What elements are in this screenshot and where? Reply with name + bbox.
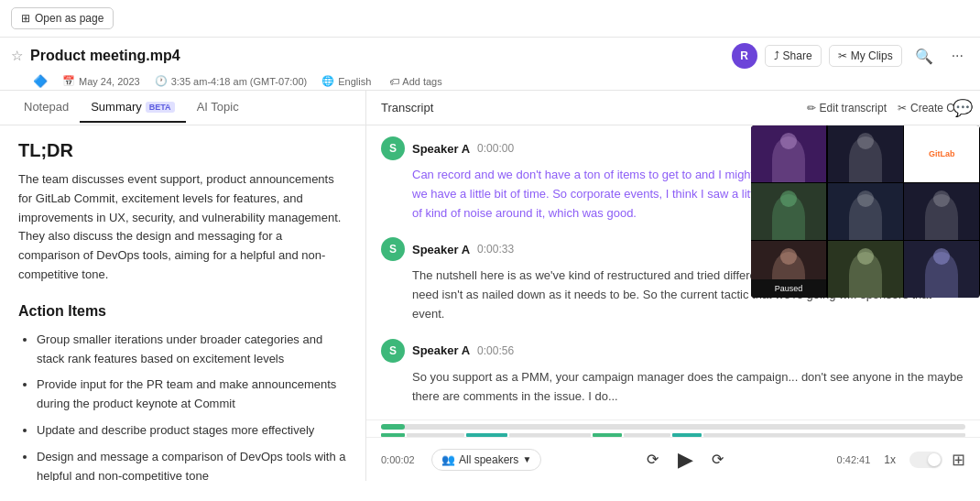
speaker-name: Speaker A (412, 343, 470, 357)
timeline-track[interactable] (381, 424, 965, 430)
speaker-header: S Speaker A 0:00:56 (381, 339, 965, 363)
my-clips-button[interactable]: ✂ My Clips (829, 45, 902, 67)
video-cell (904, 241, 979, 298)
speaker-time: 0:00:00 (477, 142, 514, 155)
paused-label: Paused (775, 284, 803, 293)
list-item: Group smaller iterations under broader c… (37, 331, 347, 369)
calendar-icon: 📅 (62, 75, 75, 87)
player-bar: 0:00:02 👥 All speakers ▼ ⟳ ▶ ⟳ 0:42:41 1… (366, 437, 980, 481)
speaker-name: Speaker A (412, 142, 470, 156)
layout-button[interactable]: ⊞ (952, 450, 965, 470)
tldr-title: TL;DR (18, 140, 347, 161)
star-icon[interactable]: ☆ (11, 48, 23, 64)
add-tags-button[interactable]: 🏷 Add tags (389, 76, 441, 87)
tab-ai-topic[interactable]: AI Topic (186, 93, 250, 123)
tab-bar: Notepad Summary BETA AI Topic (0, 91, 365, 125)
date-item: 📅 May 24, 2023 (62, 75, 140, 87)
right-panel: Transcript ✏ Edit transcript ✂ Create Cl… (366, 91, 980, 481)
tab-notepad[interactable]: Notepad (13, 93, 80, 123)
action-items-title: Action Items (18, 303, 347, 320)
left-content: TL;DR The team discusses event support, … (0, 125, 365, 481)
transcript-actions: ✏ Edit transcript ✂ Create Clip (807, 102, 965, 114)
current-time: 0:00:02 (381, 454, 422, 465)
clock-icon: 🕐 (155, 75, 168, 87)
timeline-container (366, 419, 980, 437)
avatar[interactable]: R (732, 43, 757, 69)
page-title: Product meeting.mp4 (30, 48, 180, 64)
avatar: S (381, 136, 405, 160)
gitlab-logo: GitLab (929, 149, 955, 158)
list-item: Update and describe product stages more … (37, 421, 347, 441)
list-item: Provide input for the PR team and make a… (37, 376, 347, 414)
open-as-page-button[interactable]: ⊞ Open as page (11, 7, 114, 29)
avatar: S (381, 339, 405, 363)
edit-transcript-button[interactable]: ✏ Edit transcript (807, 102, 887, 114)
clips-icon: ✂ (838, 49, 847, 62)
player-controls: ⟳ ▶ ⟳ (550, 444, 820, 475)
total-time: 0:42:41 (829, 454, 870, 465)
edit-icon: ✏ (807, 102, 816, 114)
video-overlay: GitLab (751, 125, 980, 298)
left-panel: Notepad Summary BETA AI Topic TL;DR The … (0, 91, 366, 481)
beta-badge: BETA (146, 102, 175, 113)
video-cell (751, 125, 826, 182)
globe-icon: 🌐 (321, 75, 334, 87)
timeline-progress (381, 424, 405, 430)
play-button[interactable]: ▶ (670, 444, 701, 475)
all-speakers-button[interactable]: 👥 All speakers ▼ (431, 449, 541, 471)
speaker-text: So you support as a PMM, your campaign m… (381, 368, 965, 407)
speed-knob (928, 453, 941, 466)
rewind-button[interactable]: ⟳ (647, 451, 659, 468)
share-icon: ⤴ (774, 49, 779, 62)
transcript-header: Transcript ✏ Edit transcript ✂ Create Cl… (366, 91, 980, 125)
search-button[interactable]: 🔍 (909, 44, 939, 69)
speed-label[interactable]: 1x (879, 451, 900, 469)
chevron-down-icon: ▼ (522, 454, 531, 464)
comment-button[interactable]: 💬 (953, 98, 973, 118)
avatar: S (381, 237, 405, 261)
more-options-button[interactable]: ··· (946, 44, 969, 68)
video-grid: GitLab (751, 125, 980, 298)
tag-icon: 🏷 (389, 76, 399, 87)
file-icon: 🔷 (33, 74, 48, 88)
meta-bar: 🔷 📅 May 24, 2023 🕐 3:35 am-4:18 am (GMT-… (0, 72, 980, 90)
tab-summary[interactable]: Summary BETA (80, 93, 185, 123)
speaker-time: 0:00:56 (477, 344, 514, 357)
share-button[interactable]: ⤴ Share (765, 45, 822, 67)
action-items-list: Group smaller iterations under broader c… (18, 331, 347, 481)
video-cell (904, 183, 979, 240)
title-bar-actions: R ⤴ Share ✂ My Clips 🔍 ··· (732, 43, 969, 69)
speed-toggle[interactable] (909, 452, 942, 468)
file-icon-item: 🔷 (33, 74, 48, 88)
transcript-label: Transcript (381, 101, 807, 114)
title-bar: ☆ Product meeting.mp4 R ⤴ Share ✂ My Cli… (0, 38, 980, 72)
language-item: 🌐 English (321, 75, 371, 87)
video-cell (751, 183, 826, 240)
main-layout: Notepad Summary BETA AI Topic TL;DR The … (0, 90, 980, 481)
video-cell (828, 125, 903, 182)
video-cell (828, 241, 903, 298)
scissors-icon: ✂ (898, 102, 907, 114)
time-item: 🕐 3:35 am-4:18 am (GMT-07:00) (155, 75, 308, 87)
video-cell: Paused (751, 241, 826, 298)
speaker-time: 0:00:33 (477, 243, 514, 256)
video-cell (828, 183, 903, 240)
speed-controls (909, 452, 942, 468)
list-item: Design and message a comparison of DevOp… (37, 448, 347, 481)
speaker-entry: S Speaker A 0:00:56 So you support as a … (381, 339, 965, 407)
speaker-name: Speaker A (412, 243, 470, 256)
speakers-icon: 👥 (441, 453, 455, 466)
external-link-icon: ⊞ (21, 12, 30, 25)
tldr-text: The team discusses event support, produc… (18, 170, 347, 285)
fast-forward-button[interactable]: ⟳ (712, 451, 724, 468)
top-bar: ⊞ Open as page (0, 0, 980, 38)
video-cell-gitlab: GitLab (904, 125, 979, 182)
